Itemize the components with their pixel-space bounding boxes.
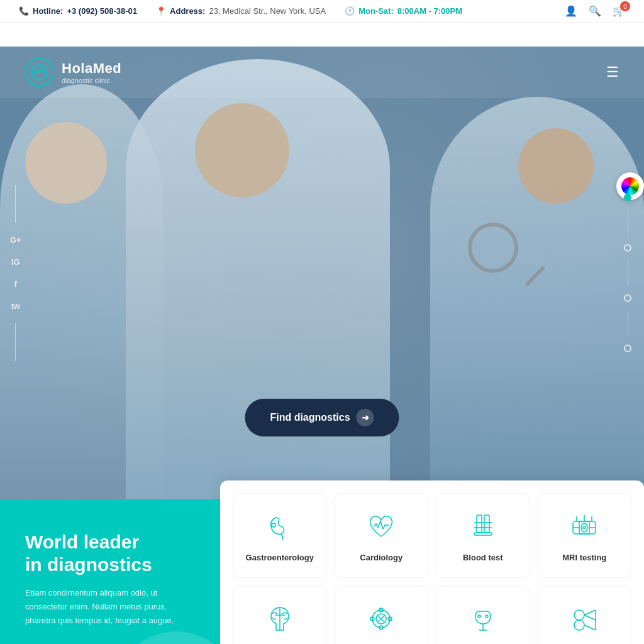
phone-icon: 📞 bbox=[19, 6, 29, 16]
scroll-dot-1[interactable] bbox=[624, 194, 631, 201]
bottom-section: World leader in diagnostics Etiam condim… bbox=[0, 499, 644, 644]
hotline-value: +3 (092) 508-38-01 bbox=[67, 6, 137, 16]
orthopedic-icon bbox=[364, 601, 399, 636]
urology-icon bbox=[465, 601, 501, 636]
service-orthopedic[interactable]: Orthopedic bbox=[335, 586, 429, 644]
scroll-dots bbox=[624, 194, 631, 352]
hotline-label: Hotline: bbox=[33, 6, 63, 16]
scroll-dot-4[interactable] bbox=[624, 345, 631, 352]
green-card-title-line1: World leader bbox=[25, 531, 139, 552]
svg-line-31 bbox=[584, 610, 596, 615]
svg-rect-4 bbox=[474, 533, 492, 535]
service-blood-test[interactable]: Blood test bbox=[436, 493, 530, 578]
scroll-dot-line-2 bbox=[628, 260, 628, 286]
gastroenterology-label: Gastroenterology bbox=[246, 553, 314, 562]
gastroenterology-icon bbox=[262, 509, 297, 544]
hero-cta: Find diagnostics ➜ bbox=[245, 399, 399, 436]
twitter-icon[interactable]: tw bbox=[11, 301, 20, 311]
service-gastroenterology[interactable]: Gastroenterology bbox=[233, 493, 327, 578]
surgery-icon bbox=[567, 601, 602, 636]
instagram-icon[interactable]: IG bbox=[11, 257, 20, 267]
top-bar-info: 📞 Hotline: +3 (092) 508-38-01 📍 Address:… bbox=[19, 6, 462, 16]
social-sidebar: G+ IG f tw bbox=[0, 179, 31, 367]
green-card-title: World leader in diagnostics bbox=[25, 531, 195, 576]
top-bar-actions: 👤 🔍 🛒 0 bbox=[565, 5, 625, 17]
cardiology-label: Cardiology bbox=[360, 553, 402, 562]
logo-text: HolaMed diagnostic clinic bbox=[62, 60, 121, 84]
clock-icon: 🕐 bbox=[345, 6, 355, 16]
green-card-circle-decor bbox=[113, 631, 220, 644]
google-plus-icon[interactable]: G+ bbox=[10, 235, 21, 245]
location-icon: 📍 bbox=[156, 6, 166, 16]
green-card: World leader in diagnostics Etiam condim… bbox=[0, 499, 220, 644]
service-urology[interactable]: Urology bbox=[436, 586, 530, 644]
hours-value: 8:00AM - 7:00PM bbox=[397, 6, 462, 16]
service-surgery[interactable]: Surgery bbox=[538, 586, 632, 644]
svg-point-9 bbox=[581, 523, 587, 532]
find-diagnostics-label: Find diagnostics bbox=[270, 412, 350, 423]
arrow-right-icon: ➜ bbox=[357, 409, 374, 426]
service-cardiology[interactable]: Cardiology bbox=[335, 493, 429, 578]
service-mri-testing[interactable]: MRI testing bbox=[538, 493, 632, 578]
neurosurgery-icon bbox=[262, 601, 297, 636]
address-label: Address: bbox=[170, 6, 205, 16]
svg-point-30 bbox=[574, 620, 584, 630]
color-wheel-icon bbox=[621, 177, 639, 195]
svg-point-1 bbox=[272, 523, 275, 527]
cart-wrapper[interactable]: 🛒 0 bbox=[613, 5, 625, 17]
address-item: 📍 Address: 23, Medical Str., New York, U… bbox=[156, 6, 326, 16]
scroll-dot-2[interactable] bbox=[624, 244, 631, 252]
logo-icon bbox=[25, 58, 54, 87]
hamburger-menu[interactable]: ☰ bbox=[606, 64, 619, 80]
svg-point-27 bbox=[478, 615, 480, 618]
social-line-bottom bbox=[15, 323, 16, 361]
green-card-body: Etiam condimentum aliquam odio, ut conse… bbox=[25, 586, 195, 628]
doctor-head bbox=[25, 122, 107, 204]
magnifier bbox=[468, 223, 518, 273]
svg-line-32 bbox=[584, 625, 596, 630]
scroll-dot-line-1 bbox=[628, 210, 628, 235]
hero-section: HolaMed diagnostic clinic ☰ G+ IG f tw F… bbox=[0, 47, 644, 499]
logo-subtitle: diagnostic clinic bbox=[62, 77, 121, 84]
logo[interactable]: HolaMed diagnostic clinic bbox=[25, 58, 121, 87]
scroll-dot-3[interactable] bbox=[624, 294, 631, 302]
center-head bbox=[195, 103, 289, 197]
facebook-icon[interactable]: f bbox=[14, 279, 17, 289]
search-icon[interactable]: 🔍 bbox=[589, 5, 601, 17]
user-icon[interactable]: 👤 bbox=[565, 5, 577, 17]
hotline-item: 📞 Hotline: +3 (092) 508-38-01 bbox=[19, 6, 137, 16]
service-neurosurgery[interactable]: Neurosurgery bbox=[233, 586, 327, 644]
blood-test-icon bbox=[465, 509, 501, 544]
cardiology-icon bbox=[364, 509, 399, 544]
social-line-top bbox=[15, 185, 16, 223]
services-panel: Gastroenterology Cardiology bbox=[220, 480, 644, 644]
svg-line-33 bbox=[584, 615, 596, 620]
mri-testing-icon bbox=[567, 509, 602, 544]
logo-title: HolaMed bbox=[62, 60, 121, 77]
blood-test-label: Blood test bbox=[463, 553, 503, 562]
svg-rect-3 bbox=[484, 515, 489, 533]
svg-point-28 bbox=[486, 615, 488, 618]
hours-item: 🕐 Mon-Sat: 8:00AM - 7:00PM bbox=[345, 6, 462, 16]
mri-testing-label: MRI testing bbox=[562, 553, 606, 562]
green-card-title-line2: in diagnostics bbox=[25, 554, 152, 575]
find-diagnostics-button[interactable]: Find diagnostics ➜ bbox=[245, 399, 399, 436]
child-head bbox=[518, 128, 594, 204]
navbar: HolaMed diagnostic clinic ☰ bbox=[0, 47, 644, 98]
top-bar: 📞 Hotline: +3 (092) 508-38-01 📍 Address:… bbox=[0, 0, 644, 23]
scroll-dot-line-3 bbox=[628, 311, 628, 336]
svg-point-29 bbox=[574, 610, 584, 620]
svg-point-10 bbox=[583, 526, 586, 529]
hours-label: Mon-Sat: bbox=[358, 6, 394, 16]
address-value: 23, Medical Str., New York, USA bbox=[209, 6, 326, 16]
cart-badge: 0 bbox=[620, 1, 630, 11]
svg-rect-2 bbox=[477, 515, 482, 533]
